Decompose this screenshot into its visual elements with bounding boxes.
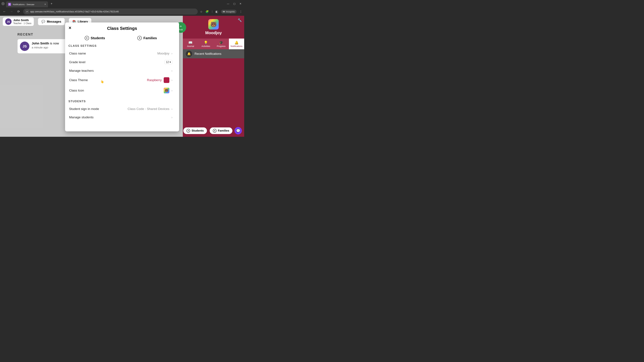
extensions-icon[interactable]: 🧩	[206, 10, 209, 13]
class-icon-preview: 🐻	[164, 88, 170, 93]
row-manage-students[interactable]: Manage students ›	[68, 113, 173, 121]
recent-timestamp: a minute ago	[32, 46, 59, 49]
recent-message: John Smith is now	[32, 41, 59, 45]
window-controls: — ▢ ✕	[227, 2, 243, 5]
modal-title: Class Settings	[107, 26, 137, 31]
row-grade-level[interactable]: Grade level 12 ▾	[68, 58, 173, 66]
class-sidebar: + Add 🔧 🐻 Moodjoy 📖 Journal 💡 Activities…	[183, 16, 244, 137]
forward-button[interactable]: →	[9, 9, 14, 14]
tab-journal[interactable]: 📖 Journal	[183, 38, 198, 49]
add-families-pill[interactable]: + Families	[210, 127, 232, 134]
modal-add-families-button[interactable]: + Families	[137, 36, 157, 40]
section-class-settings: CLASS SETTINGS	[68, 44, 173, 48]
plus-circle-icon: +	[213, 129, 216, 133]
browser-tab-active[interactable]: S Notifications - Seesaw ×	[6, 1, 48, 7]
plus-circle-icon: +	[137, 36, 142, 40]
activities-icon: 💡	[204, 40, 208, 44]
chevron-right-icon: ›	[172, 107, 172, 111]
chevron-right-icon: ›	[172, 69, 172, 72]
side-panel-icon[interactable]: ◧	[216, 10, 218, 13]
row-class-theme[interactable]: Class Theme Raspberry ›	[68, 75, 173, 85]
class-icon: 🐻	[208, 19, 219, 29]
modal-add-students-button[interactable]: + Students	[85, 36, 105, 40]
tab-activities[interactable]: 💡 Activities	[198, 38, 214, 49]
minimize-icon[interactable]: —	[227, 2, 229, 5]
url-text: app.seesaw.me/#/class_notifications/clas…	[30, 10, 119, 13]
section-students: STUDENTS	[68, 100, 173, 103]
plus-circle-icon: +	[186, 129, 190, 133]
tab-close-icon[interactable]: ×	[44, 3, 46, 6]
row-student-signin-mode[interactable]: Student sign in mode Class Code - Shared…	[68, 105, 173, 113]
incognito-label: Incognito	[226, 10, 235, 13]
messages-icon: 💬	[42, 20, 45, 23]
browser-toolbar: ← → ⟳ ⇄ app.seesaw.me/#/class_notificati…	[0, 7, 244, 16]
caret-down-icon: ▾	[170, 60, 171, 64]
teacher-name: John Smith	[13, 18, 31, 22]
tab-favicon-icon: S	[8, 3, 11, 6]
profile-dot[interactable]	[1, 2, 5, 5]
chevron-right-icon: ›	[172, 89, 172, 92]
maximize-icon[interactable]: ▢	[233, 2, 236, 5]
recent-author: John Smith	[32, 41, 49, 45]
class-settings-wrench-icon[interactable]: 🔧	[238, 18, 242, 22]
teacher-chip[interactable]: JS John Smith Teacher · 1 Class	[3, 17, 34, 26]
add-fab-label: Add	[179, 28, 183, 31]
theme-value: Raspberry	[147, 78, 162, 82]
notif-strip-title: Recent Notifications	[194, 52, 221, 56]
browser-tab-strip: S Notifications - Seesaw × + — ▢ ✕	[0, 0, 244, 7]
tab-notifications[interactable]: 🔔 Notifications	[229, 38, 244, 49]
chevron-right-icon: ›	[172, 78, 172, 82]
new-tab-button[interactable]: +	[49, 1, 54, 6]
teacher-avatar: JS	[5, 18, 12, 25]
class-header: + Add 🔧 🐻 Moodjoy	[183, 16, 244, 38]
messages-label: Messages	[47, 20, 61, 23]
address-bar[interactable]: ⇄ app.seesaw.me/#/class_notifications/cl…	[23, 8, 198, 14]
plus-icon: +	[180, 24, 182, 28]
progress-icon: 🎓	[219, 40, 223, 44]
incognito-icon: 🕶	[223, 10, 225, 13]
tab-progress[interactable]: 🎓 Progress	[214, 38, 229, 49]
signin-mode-value: Class Code - Shared Devices	[128, 107, 170, 111]
class-name-value: Moodjoy	[157, 52, 170, 55]
modal-body[interactable]: + Students + Families CLASS SETTINGS Cla…	[65, 34, 179, 131]
modal-header: ✕ Class Settings	[65, 22, 179, 34]
notifications-icon: 🔔	[234, 40, 239, 44]
reload-button[interactable]: ⟳	[16, 9, 21, 14]
class-settings-modal: ✕ Class Settings + Students + Families C…	[65, 22, 179, 131]
row-manage-teachers[interactable]: Manage teachers ›	[68, 66, 173, 75]
class-name-display: Moodjoy	[205, 30, 222, 35]
chat-bubble-icon: 💬	[236, 129, 240, 133]
row-class-name[interactable]: Class name Moodjoy ›	[68, 49, 173, 58]
help-chat-fab[interactable]: 💬	[234, 127, 242, 134]
messages-nav-button[interactable]: 💬 Messages	[38, 18, 65, 25]
app-viewport: JS John Smith Teacher · 1 Class 💬 Messag…	[0, 16, 244, 137]
chevron-right-icon: ›	[172, 52, 172, 55]
back-button[interactable]: ←	[2, 9, 7, 14]
chevron-right-icon: ›	[172, 116, 172, 119]
plus-circle-icon: +	[85, 36, 89, 40]
recent-notifications-strip[interactable]: 🔔 Recent Notifications	[183, 49, 244, 58]
class-tabs: 📖 Journal 💡 Activities 🎓 Progress 🔔 Noti…	[183, 38, 244, 49]
tab-title: Notifications - Seesaw	[13, 3, 43, 6]
grade-level-dropdown[interactable]: 12 ▾	[164, 60, 172, 64]
recent-avatar: JS	[20, 41, 29, 51]
site-settings-icon[interactable]: ⇄	[26, 10, 28, 13]
teacher-role: Teacher · 1 Class	[13, 22, 31, 25]
browser-menu-icon[interactable]: ⋮	[240, 10, 242, 13]
bottom-action-pills: + Students + Families	[183, 127, 232, 134]
bookmark-star-icon[interactable]: ☆	[200, 10, 202, 13]
modal-close-button[interactable]: ✕	[68, 26, 72, 30]
row-class-icon[interactable]: Class Icon 🐻 ›	[68, 85, 173, 96]
theme-color-swatch	[164, 77, 170, 83]
close-window-icon[interactable]: ✕	[240, 2, 242, 5]
incognito-indicator[interactable]: 🕶 Incognito	[221, 10, 236, 13]
add-students-pill[interactable]: + Students	[183, 127, 207, 134]
bell-icon: 🔔	[186, 51, 192, 57]
journal-icon: 📖	[188, 40, 192, 44]
